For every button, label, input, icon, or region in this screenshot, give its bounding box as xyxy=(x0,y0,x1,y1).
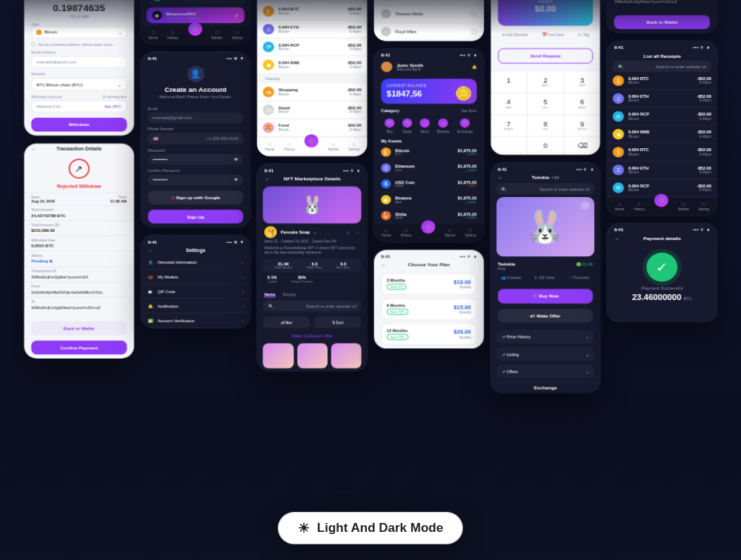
keypad-key[interactable]: 4GHI xyxy=(491,93,527,115)
settings-item[interactable]: ▣QR Code› xyxy=(141,284,250,299)
more-icon[interactable]: ⋯ xyxy=(356,230,360,234)
plan-option[interactable]: 6 MonthsSave 10%$15.00Months xyxy=(381,299,476,320)
keypad-key[interactable]: 0 xyxy=(528,137,564,155)
asset-row[interactable]: ₿BitcoinBTC$1,975.20+1.31% xyxy=(374,144,484,160)
search-input[interactable]: 🔍Search or enter website url xyxy=(496,183,595,194)
contact-row[interactable]: Floyd Miles xyxy=(374,23,484,41)
back-icon[interactable]: ← xyxy=(265,176,270,182)
nav-market[interactable]: ▢Market xyxy=(211,30,222,39)
nft-card[interactable] xyxy=(263,343,293,368)
contact-row[interactable]: Eleanor Pena xyxy=(374,0,484,5)
settings-item[interactable]: ✅Account Verification› xyxy=(141,313,250,328)
receipt-row[interactable]: Ξ0.004 ETHBitcoin-$52.006:46pm xyxy=(608,90,717,107)
see-more-link[interactable]: See More xyxy=(462,109,477,113)
filter-button[interactable]: ≡ Filter xyxy=(263,317,310,328)
nav-history[interactable]: ▢History xyxy=(634,201,645,210)
nav-history[interactable]: ▢History xyxy=(401,228,412,237)
settings-item[interactable]: 💼My Wallets› xyxy=(141,270,250,284)
nav-home[interactable]: ▢Home xyxy=(148,30,158,39)
keypad-key[interactable]: 1 xyxy=(491,71,527,93)
nav-market[interactable]: ▢Market xyxy=(678,201,689,210)
back-to-wallet-button[interactable]: Back to Wallet xyxy=(31,321,127,336)
defi-item[interactable]: ▶ PlayDapp MarketPLAcehttps://market.pla… xyxy=(147,0,245,4)
nav-setting[interactable]: ▢Setting xyxy=(698,201,709,210)
scan-fab[interactable]: ⦿ xyxy=(654,194,668,207)
confirm-password-input[interactable]: ••••••••••👁 xyxy=(147,175,243,185)
nav-history[interactable]: ▢History xyxy=(167,30,179,39)
back-icon[interactable]: ← xyxy=(381,262,387,268)
email-input[interactable]: example@gmail.com xyxy=(147,113,243,123)
plan-option[interactable]: 12 MonthsSave 20%$20.00Months xyxy=(381,324,476,345)
receipt-row[interactable]: ₿0.004 BTCBitcoin-$52.006:46pm xyxy=(608,144,717,161)
nav-home[interactable]: ▢Home xyxy=(265,142,275,151)
keypad-key[interactable]: 8TUV xyxy=(528,115,564,136)
category-send[interactable]: ↗Send xyxy=(419,119,429,134)
signup-button[interactable]: Sign Up xyxy=(147,210,243,224)
plan-option[interactable]: 3 MonthsSave 5%$10.00Months xyxy=(381,273,476,295)
nav-setting[interactable]: ▢Setting xyxy=(465,228,476,237)
make-offer-button[interactable]: 🏷 Make Offer xyxy=(498,309,594,323)
transaction-row[interactable]: Ξ0.004 ETHBitcoin-$52.006:46pm xyxy=(257,21,367,39)
email-input[interactable]: example@gmail.com xyxy=(31,56,127,68)
bell-icon[interactable]: 🔔 xyxy=(472,64,477,69)
google-signup-button[interactable]: G Sign up with Google xyxy=(147,190,243,204)
scan-fab[interactable]: ⦿ xyxy=(305,134,319,147)
back-icon[interactable]: ← xyxy=(147,248,153,254)
favorite-button[interactable]: ♡ xyxy=(580,201,590,210)
nav-menus[interactable]: ▢Menus xyxy=(445,228,455,237)
keypad-key[interactable]: 5JKL xyxy=(528,93,564,115)
keypad-key[interactable]: 3DEF xyxy=(564,71,600,93)
make-offer-link[interactable]: Make Collection Offer xyxy=(257,331,367,340)
accordion-price-history[interactable]: ↗ Price History⌄ xyxy=(496,330,595,344)
tab-activity[interactable]: Activity xyxy=(282,293,296,298)
settings-item[interactable]: 🔔Notification› xyxy=(141,299,250,314)
keypad-key[interactable] xyxy=(491,137,527,155)
settings-item[interactable]: 👤Personal Information› xyxy=(141,256,250,270)
transaction-row[interactable]: ◎DavidBitcoin-$52.006:46pm xyxy=(257,101,367,119)
accordion-listing[interactable]: ↗ Listing⌄ xyxy=(496,347,595,361)
withdraw-button[interactable]: Withdraw xyxy=(31,118,127,132)
nav-setting[interactable]: ▢Setting xyxy=(232,30,243,39)
transaction-row[interactable]: 🛍ShoppingBitcoin-$52.006:46pm xyxy=(257,83,367,101)
scan-fab[interactable]: ⦿ xyxy=(187,22,202,36)
receipt-row[interactable]: Ξ0.004 ETHBitcoin-$52.006:46pm xyxy=(608,161,717,179)
request-option[interactable]: ⊕ Add Member xyxy=(502,33,528,36)
request-option[interactable]: 📅 Due Date xyxy=(542,33,564,36)
keypad-key[interactable]: 7PQRS xyxy=(491,115,527,136)
nav-market[interactable]: ▢Market xyxy=(328,142,339,151)
nav-setting[interactable]: ▢Setting xyxy=(348,142,359,151)
nft-search-input[interactable]: 🔍Search or enter website url xyxy=(263,300,362,311)
receipt-row[interactable]: ◆0.004 BNBBitcoin-$52.006:46pm xyxy=(608,126,717,144)
share-icon[interactable]: ⇪ xyxy=(347,230,350,234)
network-select[interactable]: BTC Bitcoin chain (BTC)⌄ xyxy=(31,78,127,90)
confirm-payment-button[interactable]: Confirm Payment xyxy=(31,341,127,355)
buy-now-button[interactable]: 🛒 Buy Now xyxy=(498,289,594,304)
universal-checkbox[interactable]: Set as a universal address, without spec… xyxy=(31,42,127,46)
eye-icon[interactable]: 👁 xyxy=(234,157,239,161)
amount-input[interactable]: Minimal 0.01Max | BTC xyxy=(31,101,127,113)
nav-home[interactable]: ▢Home xyxy=(615,201,625,210)
receipt-row[interactable]: ₿0.004 BTCBitcoin-$52.006:46pm xyxy=(608,72,717,90)
keypad-key[interactable]: 9WXYZ xyxy=(564,115,600,136)
keypad-key[interactable]: 2ABC xyxy=(528,71,564,93)
search-input[interactable]: 🔍Search or enter website url xyxy=(613,61,711,72)
asset-row[interactable]: $USD CoinUSDC$1,975.20-1.31% xyxy=(374,176,484,191)
keypad-key[interactable]: 6MNO xyxy=(564,93,600,115)
transaction-row[interactable]: ⟳0.004 RCPBitcoin-$52.006:46pm xyxy=(257,39,367,56)
eye-icon[interactable]: 👁 xyxy=(234,178,239,181)
transaction-row[interactable]: ₿0.004 BTCBitcoin-$52.006:46pm xyxy=(257,3,367,21)
nav-history[interactable]: ▢History xyxy=(284,142,295,151)
asset-row[interactable]: ◆BinanceBNB$1,975.20+1.31% xyxy=(374,192,484,207)
sort-button[interactable]: ⇅ Sort xyxy=(314,317,362,328)
asset-row[interactable]: ΞEthereumETH$1,975.20+1.31% xyxy=(374,160,484,176)
category-swap[interactable]: ⇄Swap xyxy=(402,119,412,134)
receipt-row[interactable]: ⟳0.004 RCPBitcoin-$52.006:46pm xyxy=(608,108,717,126)
defi-item[interactable]: ◈ MetaversePROhttps://metaversepro.io ⤢ xyxy=(147,7,245,23)
coin-select[interactable]: Bitcoin⌄ xyxy=(31,27,127,39)
category-receive[interactable]: ↙Receive xyxy=(437,119,450,134)
tab-items[interactable]: Items xyxy=(265,293,276,298)
request-option[interactable]: 🏷 Tag xyxy=(578,33,589,36)
nav-home[interactable]: ▢Home xyxy=(382,228,391,237)
back-icon[interactable]: ← xyxy=(614,236,620,242)
nft-card[interactable] xyxy=(297,343,328,368)
